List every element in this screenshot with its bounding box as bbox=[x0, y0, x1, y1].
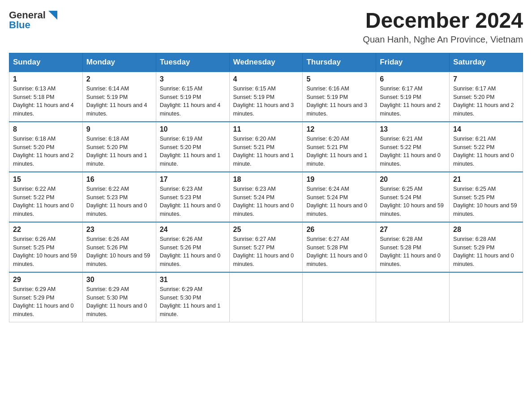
col-header-saturday: Saturday bbox=[450, 53, 523, 72]
calendar-cell: 12 Sunrise: 6:20 AM Sunset: 5:21 PM Dayl… bbox=[303, 122, 376, 172]
day-number: 19 bbox=[306, 176, 372, 184]
day-info: Sunrise: 6:28 AM Sunset: 5:28 PM Dayligh… bbox=[380, 235, 446, 269]
svg-marker-0 bbox=[48, 11, 57, 20]
calendar-cell: 2 Sunrise: 6:14 AM Sunset: 5:19 PM Dayli… bbox=[82, 72, 156, 122]
day-number: 17 bbox=[160, 176, 226, 184]
calendar-cell bbox=[376, 272, 450, 322]
day-number: 14 bbox=[453, 125, 519, 133]
logo: General Blue bbox=[9, 9, 59, 30]
title-block: December 2024 Quan Hanh, Nghe An Provinc… bbox=[363, 9, 523, 45]
calendar-week-row: 22 Sunrise: 6:26 AM Sunset: 5:25 PM Dayl… bbox=[9, 222, 523, 272]
day-info: Sunrise: 6:25 AM Sunset: 5:25 PM Dayligh… bbox=[453, 185, 519, 218]
day-info: Sunrise: 6:15 AM Sunset: 5:19 PM Dayligh… bbox=[233, 85, 299, 118]
day-info: Sunrise: 6:29 AM Sunset: 5:30 PM Dayligh… bbox=[86, 285, 152, 319]
day-number: 26 bbox=[306, 226, 372, 234]
day-number: 6 bbox=[380, 75, 446, 83]
day-number: 23 bbox=[86, 226, 152, 234]
calendar-week-row: 1 Sunrise: 6:13 AM Sunset: 5:18 PM Dayli… bbox=[9, 72, 523, 122]
calendar-cell: 20 Sunrise: 6:25 AM Sunset: 5:24 PM Dayl… bbox=[376, 172, 450, 222]
calendar-cell: 25 Sunrise: 6:27 AM Sunset: 5:27 PM Dayl… bbox=[229, 222, 303, 272]
calendar-cell: 10 Sunrise: 6:19 AM Sunset: 5:20 PM Dayl… bbox=[156, 122, 229, 172]
day-number: 29 bbox=[13, 276, 79, 284]
calendar-cell: 24 Sunrise: 6:26 AM Sunset: 5:26 PM Dayl… bbox=[156, 222, 229, 272]
col-header-monday: Monday bbox=[82, 53, 156, 72]
calendar-cell bbox=[229, 272, 303, 322]
calendar-cell: 21 Sunrise: 6:25 AM Sunset: 5:25 PM Dayl… bbox=[450, 172, 523, 222]
day-number: 7 bbox=[453, 75, 519, 83]
day-number: 3 bbox=[160, 75, 226, 83]
calendar-cell: 28 Sunrise: 6:28 AM Sunset: 5:29 PM Dayl… bbox=[450, 222, 523, 272]
calendar-cell: 22 Sunrise: 6:26 AM Sunset: 5:25 PM Dayl… bbox=[9, 222, 83, 272]
day-info: Sunrise: 6:17 AM Sunset: 5:19 PM Dayligh… bbox=[380, 85, 446, 118]
day-number: 8 bbox=[13, 125, 79, 133]
day-number: 12 bbox=[306, 125, 372, 133]
calendar-cell: 16 Sunrise: 6:22 AM Sunset: 5:23 PM Dayl… bbox=[82, 172, 156, 222]
day-number: 4 bbox=[233, 75, 299, 83]
day-info: Sunrise: 6:13 AM Sunset: 5:18 PM Dayligh… bbox=[13, 85, 79, 118]
col-header-friday: Friday bbox=[376, 53, 450, 72]
calendar-cell: 9 Sunrise: 6:18 AM Sunset: 5:20 PM Dayli… bbox=[82, 122, 156, 172]
calendar-cell: 29 Sunrise: 6:29 AM Sunset: 5:29 PM Dayl… bbox=[9, 272, 83, 322]
day-number: 22 bbox=[13, 226, 79, 234]
day-number: 10 bbox=[160, 125, 226, 133]
calendar-week-row: 8 Sunrise: 6:18 AM Sunset: 5:20 PM Dayli… bbox=[9, 122, 523, 172]
calendar-cell: 1 Sunrise: 6:13 AM Sunset: 5:18 PM Dayli… bbox=[9, 72, 83, 122]
calendar-week-row: 29 Sunrise: 6:29 AM Sunset: 5:29 PM Dayl… bbox=[9, 272, 523, 322]
day-number: 18 bbox=[233, 176, 299, 184]
logo-text-blue: Blue bbox=[9, 20, 30, 30]
calendar-cell: 19 Sunrise: 6:24 AM Sunset: 5:24 PM Dayl… bbox=[303, 172, 376, 222]
logo-triangle-icon bbox=[47, 9, 59, 21]
day-number: 31 bbox=[160, 276, 226, 284]
calendar-cell: 5 Sunrise: 6:16 AM Sunset: 5:19 PM Dayli… bbox=[303, 72, 376, 122]
calendar-cell: 15 Sunrise: 6:22 AM Sunset: 5:22 PM Dayl… bbox=[9, 172, 83, 222]
calendar-cell: 8 Sunrise: 6:18 AM Sunset: 5:20 PM Dayli… bbox=[9, 122, 83, 172]
day-info: Sunrise: 6:27 AM Sunset: 5:28 PM Dayligh… bbox=[306, 235, 372, 269]
day-info: Sunrise: 6:16 AM Sunset: 5:19 PM Dayligh… bbox=[306, 85, 372, 118]
calendar-cell: 3 Sunrise: 6:15 AM Sunset: 5:19 PM Dayli… bbox=[156, 72, 229, 122]
calendar-cell: 18 Sunrise: 6:23 AM Sunset: 5:24 PM Dayl… bbox=[229, 172, 303, 222]
month-title: December 2024 bbox=[363, 9, 523, 33]
calendar-header-row: SundayMondayTuesdayWednesdayThursdayFrid… bbox=[9, 53, 523, 72]
calendar-cell: 23 Sunrise: 6:26 AM Sunset: 5:26 PM Dayl… bbox=[82, 222, 156, 272]
calendar-cell: 31 Sunrise: 6:29 AM Sunset: 5:30 PM Dayl… bbox=[156, 272, 229, 322]
day-info: Sunrise: 6:26 AM Sunset: 5:26 PM Dayligh… bbox=[160, 235, 226, 269]
page-header: General Blue December 2024 Quan Hanh, Ng… bbox=[9, 9, 523, 45]
calendar-cell: 14 Sunrise: 6:21 AM Sunset: 5:22 PM Dayl… bbox=[450, 122, 523, 172]
day-number: 2 bbox=[86, 75, 152, 83]
day-number: 11 bbox=[233, 125, 299, 133]
day-number: 24 bbox=[160, 226, 226, 234]
day-info: Sunrise: 6:17 AM Sunset: 5:20 PM Dayligh… bbox=[453, 85, 519, 118]
day-number: 28 bbox=[453, 226, 519, 234]
calendar-cell: 27 Sunrise: 6:28 AM Sunset: 5:28 PM Dayl… bbox=[376, 222, 450, 272]
day-info: Sunrise: 6:23 AM Sunset: 5:23 PM Dayligh… bbox=[160, 185, 226, 218]
day-number: 20 bbox=[380, 176, 446, 184]
calendar-week-row: 15 Sunrise: 6:22 AM Sunset: 5:22 PM Dayl… bbox=[9, 172, 523, 222]
calendar-cell: 11 Sunrise: 6:20 AM Sunset: 5:21 PM Dayl… bbox=[229, 122, 303, 172]
day-info: Sunrise: 6:23 AM Sunset: 5:24 PM Dayligh… bbox=[233, 185, 299, 218]
day-info: Sunrise: 6:15 AM Sunset: 5:19 PM Dayligh… bbox=[160, 85, 226, 118]
day-number: 9 bbox=[86, 125, 152, 133]
calendar-cell: 17 Sunrise: 6:23 AM Sunset: 5:23 PM Dayl… bbox=[156, 172, 229, 222]
day-info: Sunrise: 6:19 AM Sunset: 5:20 PM Dayligh… bbox=[160, 135, 226, 168]
day-info: Sunrise: 6:20 AM Sunset: 5:21 PM Dayligh… bbox=[306, 135, 372, 168]
day-number: 16 bbox=[86, 176, 152, 184]
day-number: 27 bbox=[380, 226, 446, 234]
day-info: Sunrise: 6:20 AM Sunset: 5:21 PM Dayligh… bbox=[233, 135, 299, 168]
calendar-cell: 26 Sunrise: 6:27 AM Sunset: 5:28 PM Dayl… bbox=[303, 222, 376, 272]
day-info: Sunrise: 6:26 AM Sunset: 5:26 PM Dayligh… bbox=[86, 235, 152, 269]
day-info: Sunrise: 6:14 AM Sunset: 5:19 PM Dayligh… bbox=[86, 85, 152, 118]
day-info: Sunrise: 6:26 AM Sunset: 5:25 PM Dayligh… bbox=[13, 235, 79, 269]
day-info: Sunrise: 6:18 AM Sunset: 5:20 PM Dayligh… bbox=[86, 135, 152, 168]
day-info: Sunrise: 6:21 AM Sunset: 5:22 PM Dayligh… bbox=[380, 135, 446, 168]
col-header-wednesday: Wednesday bbox=[229, 53, 303, 72]
day-info: Sunrise: 6:25 AM Sunset: 5:24 PM Dayligh… bbox=[380, 185, 446, 218]
calendar-table: SundayMondayTuesdayWednesdayThursdayFrid… bbox=[9, 53, 523, 322]
day-info: Sunrise: 6:29 AM Sunset: 5:29 PM Dayligh… bbox=[13, 285, 79, 319]
day-info: Sunrise: 6:28 AM Sunset: 5:29 PM Dayligh… bbox=[453, 235, 519, 269]
day-info: Sunrise: 6:18 AM Sunset: 5:20 PM Dayligh… bbox=[13, 135, 79, 168]
calendar-cell: 6 Sunrise: 6:17 AM Sunset: 5:19 PM Dayli… bbox=[376, 72, 450, 122]
col-header-thursday: Thursday bbox=[303, 53, 376, 72]
day-number: 5 bbox=[306, 75, 372, 83]
day-number: 1 bbox=[13, 75, 79, 83]
day-info: Sunrise: 6:22 AM Sunset: 5:23 PM Dayligh… bbox=[86, 185, 152, 218]
